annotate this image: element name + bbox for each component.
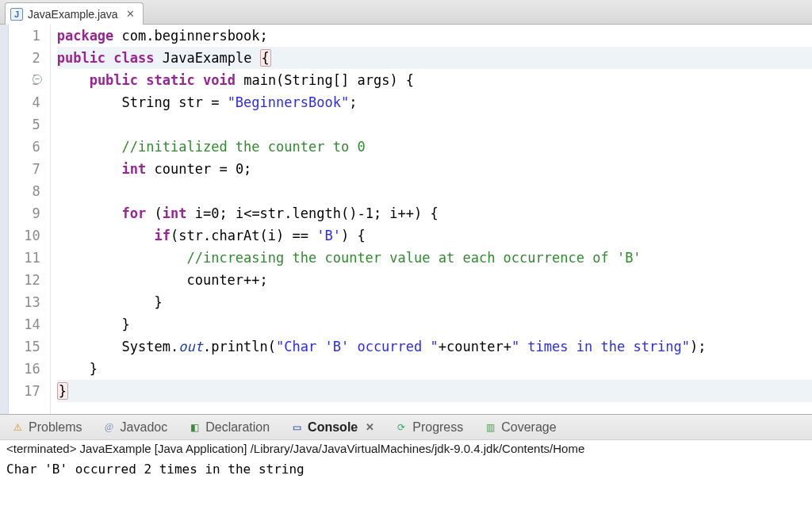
view-tab-problems[interactable]: ⚠Problems [6, 418, 87, 437]
editor-tab-filename: JavaExample.java [28, 8, 118, 21]
declaration-icon: ◧ [188, 421, 201, 434]
code-line[interactable]: } [57, 313, 812, 335]
line-number: 3− [9, 69, 40, 91]
code-line[interactable]: //increasing the counter value at each o… [57, 247, 812, 269]
code-line[interactable]: for (int i=0; i<=str.length()-1; i++) { [57, 202, 812, 224]
line-number: 6 [9, 136, 40, 158]
code-line[interactable]: } [57, 291, 812, 313]
code-line[interactable] [57, 180, 812, 202]
code-line[interactable]: } [57, 358, 812, 380]
view-tab-progress[interactable]: ⟳Progress [390, 418, 468, 437]
line-number: 2 [9, 47, 40, 69]
close-icon[interactable]: ✕ [366, 421, 374, 433]
line-number: 14 [9, 313, 40, 335]
line-number: 12 [9, 269, 40, 291]
view-tab-label: Coverage [501, 420, 556, 435]
view-tab-bar: ⚠Problems@Javadoc◧Declaration▭Console✕⟳P… [0, 415, 812, 440]
code-line[interactable]: public static void main(String[] args) { [57, 69, 812, 91]
code-line[interactable]: int counter = 0; [57, 158, 812, 180]
marker-strip [0, 25, 9, 414]
console-output[interactable]: Char 'B' occurred 2 times in the string [0, 457, 812, 482]
line-number: 16 [9, 358, 40, 380]
code-line[interactable]: String str = "BeginnersBook"; [57, 91, 812, 113]
code-editor[interactable]: 123−4567891011121314151617 package com.b… [0, 25, 812, 414]
console-launch-header: <terminated> JavaExample [Java Applicati… [0, 440, 812, 457]
line-number: 9 [9, 202, 40, 224]
view-tab-label: Declaration [205, 420, 270, 435]
line-number: 5 [9, 113, 40, 136]
code-line[interactable]: package com.beginnersbook; [57, 25, 812, 47]
code-line[interactable]: counter++; [57, 269, 812, 291]
code-line[interactable] [57, 113, 812, 136]
view-tab-label: Console [308, 420, 358, 435]
problems-icon: ⚠ [11, 421, 24, 434]
line-number: 4 [9, 91, 40, 113]
code-line[interactable]: if(str.charAt(i) == 'B') { [57, 224, 812, 247]
java-file-icon: J [10, 8, 23, 21]
view-tab-javadoc[interactable]: @Javadoc [98, 418, 173, 437]
view-tab-label: Javadoc [121, 420, 168, 435]
line-number: 8 [9, 180, 40, 202]
code-line[interactable]: } [57, 380, 812, 402]
javadoc-icon: @ [103, 421, 116, 434]
view-tab-coverage[interactable]: ▥Coverage [479, 418, 561, 437]
close-icon[interactable]: ✕ [126, 8, 135, 20]
line-number: 1 [9, 25, 40, 47]
line-number: 7 [9, 158, 40, 180]
code-area[interactable]: package com.beginnersbook;public class J… [51, 25, 812, 414]
line-number: 11 [9, 247, 40, 269]
view-tab-label: Progress [412, 420, 463, 435]
view-tab-console[interactable]: ▭Console✕ [285, 418, 379, 437]
code-line[interactable]: public class JavaExample { [57, 47, 812, 69]
bottom-panel: ⚠Problems@Javadoc◧Declaration▭Console✕⟳P… [0, 414, 812, 525]
view-tab-declaration[interactable]: ◧Declaration [183, 418, 274, 437]
line-number: 17 [9, 380, 40, 402]
fold-toggle-icon[interactable]: − [33, 75, 42, 84]
view-tab-label: Problems [29, 420, 82, 435]
coverage-icon: ▥ [484, 421, 496, 434]
code-line[interactable]: //initialized the counter to 0 [57, 136, 812, 158]
editor-tab[interactable]: J JavaExample.java ✕ [5, 2, 144, 25]
console-icon: ▭ [290, 421, 303, 434]
progress-icon: ⟳ [395, 421, 408, 434]
code-line[interactable]: System.out.println("Char 'B' occurred "+… [57, 335, 812, 358]
line-number-gutter: 123−4567891011121314151617 [9, 25, 50, 414]
editor-tab-bar: J JavaExample.java ✕ [0, 0, 812, 25]
line-number: 10 [9, 224, 40, 247]
line-number: 15 [9, 335, 40, 358]
line-number: 13 [9, 291, 40, 313]
